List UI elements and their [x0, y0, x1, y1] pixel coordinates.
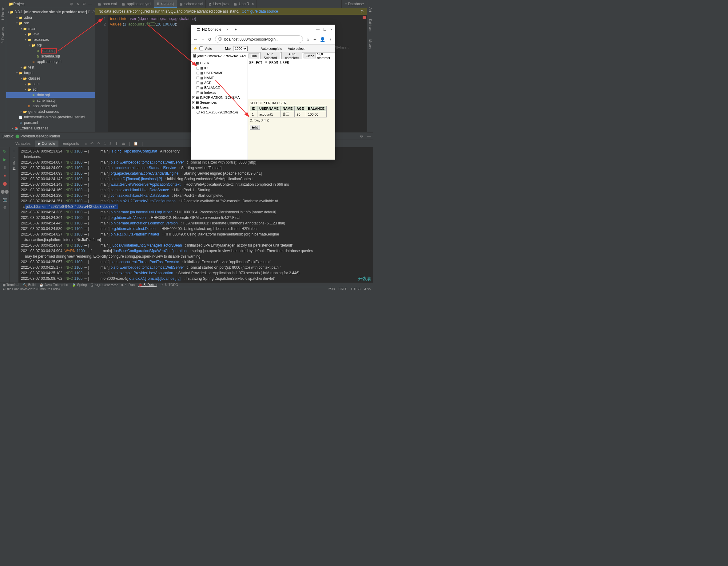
run-button[interactable]: Run	[249, 54, 259, 58]
bottom-tab[interactable]: ☕ Java Enterprise	[39, 283, 68, 287]
hide-icon[interactable]: —	[88, 2, 93, 6]
editor-tab[interactable]: 🗎data.sql	[154, 0, 177, 8]
tree-item[interactable]: ▸📂generated-sources	[6, 109, 95, 114]
debug-hide-icon[interactable]: —	[367, 134, 371, 138]
h2-tree-item[interactable]: +▦ NAME	[192, 75, 246, 80]
resume-button[interactable]: ▶	[2, 157, 8, 163]
rerun-button[interactable]: ↻	[2, 149, 8, 155]
new-tab-button[interactable]: +	[235, 27, 237, 32]
expand-icon[interactable]: ⇲	[75, 2, 80, 6]
tree-item[interactable]: 🗎schema.sql	[6, 54, 95, 59]
debug-tab[interactable]: Endpoints	[60, 141, 82, 147]
favorites-tool-tab[interactable]: 2: Favorites	[1, 26, 5, 45]
tree-item[interactable]: 🗎schema.sql	[6, 98, 95, 103]
ant-tool-tab[interactable]: Ant	[368, 6, 372, 13]
editor-tab[interactable]: 🗎User.java	[206, 0, 231, 8]
bottom-tab[interactable]: ✓ 6: TODO	[161, 283, 178, 287]
disconnect-icon[interactable]: ⚡	[193, 46, 197, 51]
gear-icon[interactable]: ⚙	[82, 2, 86, 6]
editor-tab[interactable]: 🗎pom.xml	[95, 0, 119, 8]
bottom-tab[interactable]: ▣ Terminal	[2, 283, 19, 287]
editor-tab[interactable]: 🗎UserR×	[231, 0, 257, 8]
database-tool-tab[interactable]: Database	[368, 18, 372, 34]
clear-button[interactable]: Clear	[304, 54, 316, 58]
max-rows-select[interactable]: 1000	[233, 46, 248, 51]
h2-tree-item[interactable]: +▦ ID	[192, 66, 246, 70]
debug-tab[interactable]: ▶ Console	[35, 141, 58, 147]
extensions-icon[interactable]: ✦	[313, 37, 317, 42]
mute-breakpoints-button[interactable]: ⬤	[2, 181, 8, 187]
bottom-tab[interactable]: 🗄 SQL Generator	[90, 283, 117, 287]
project-tree[interactable]: ▾📁3.3.1 [microservice-simple-provider-us…	[6, 8, 95, 132]
debug-tab[interactable]: Variables	[12, 141, 34, 147]
tree-item[interactable]: ▾📂sql	[6, 87, 95, 92]
camera-button[interactable]: 📷	[2, 197, 8, 203]
bottom-tab[interactable]: 🍃 Spring	[72, 283, 87, 287]
tree-item[interactable]: ▸📚External Libraries	[6, 126, 95, 131]
pause-button[interactable]: ⏸	[2, 165, 8, 171]
h2-tree-item[interactable]: +▦ USERNAME	[192, 70, 246, 75]
window-close-icon[interactable]: ×	[330, 27, 332, 32]
tree-item[interactable]: ▾📁main	[6, 26, 95, 31]
caret-position[interactable]: 2:38	[328, 287, 335, 289]
banner-gear-icon[interactable]: ⚙	[360, 9, 364, 14]
tree-item[interactable]: 🗎pom.xml	[6, 120, 95, 126]
locate-icon[interactable]: ⊕	[69, 2, 74, 6]
debug-gear-icon[interactable]: ⚙	[360, 134, 363, 138]
bookmark-icon[interactable]: ☆	[306, 37, 310, 42]
auto-checkbox[interactable]	[199, 46, 203, 50]
file-encoding[interactable]: UTF-8	[351, 287, 360, 289]
tree-item[interactable]: ▸📁test	[6, 65, 95, 70]
menu-icon[interactable]: ⋮	[328, 37, 332, 42]
filter-button[interactable]: ⎙	[13, 161, 15, 165]
h2-tree-item[interactable]: -▦ USER	[192, 61, 246, 66]
reload-button[interactable]: ⟳	[208, 37, 212, 42]
tab-close-icon[interactable]: ×	[226, 27, 229, 32]
up-button[interactable]: ↑	[13, 149, 15, 153]
down-button[interactable]: ↓	[13, 155, 15, 159]
indent-info[interactable]: 4 sp	[364, 287, 371, 289]
bottom-tab[interactable]: ▶ 4: Run	[121, 283, 135, 287]
tree-item[interactable]: ▾📁sql	[6, 42, 95, 48]
tree-item[interactable]: 🗎application.yml	[6, 59, 95, 65]
stop-button[interactable]: ■	[2, 173, 8, 179]
address-bar[interactable]: ⓘlocalhost:8000/h2-console/login...	[215, 35, 303, 43]
print-button[interactable]: 🖶	[12, 167, 16, 171]
tree-item[interactable]: ▸📁java	[6, 31, 95, 37]
profile-icon[interactable]: 👤	[320, 37, 325, 42]
autocomplete-button[interactable]: Auto complete	[281, 52, 302, 60]
tree-item[interactable]: 🗎data.sql	[6, 48, 95, 54]
editor-tab[interactable]: 🗎schema.sql	[177, 0, 206, 8]
project-tool-tab[interactable]: 1: Project	[1, 6, 5, 22]
h2-tree-item[interactable]: +▦ INFORMATION_SCHEMA	[192, 95, 246, 100]
bottom-tab[interactable]: 🔨 Build	[23, 283, 36, 287]
browser-tab[interactable]: 🗔 H2 Console ×	[193, 26, 232, 33]
settings-button[interactable]: ⚙	[2, 205, 8, 211]
back-button[interactable]: ←	[193, 37, 198, 42]
console-output[interactable]: 2021-03-07 00:04:23.824 INFO 1100 --- [ …	[18, 147, 373, 283]
maven-tool-tab[interactable]: Maven	[368, 38, 372, 50]
h2-tree-item[interactable]: ⓘ H2 1.4.200 (2019-10-14)	[192, 110, 246, 115]
sql-input[interactable]	[248, 59, 335, 99]
edit-button[interactable]: Edit	[250, 125, 260, 130]
tree-item[interactable]: ▸📂com	[6, 81, 95, 87]
bottom-tab[interactable]: 🐞 5: Debug	[138, 283, 157, 287]
h2-tree-item[interactable]: +▦ BALANCE	[192, 85, 246, 90]
run-selected-button[interactable]: Run Selected	[260, 52, 280, 60]
h2-schema-tree[interactable]: -▦ USER+▦ ID+▦ USERNAME+▦ NAME+▦ AGE+▦ B…	[191, 59, 248, 160]
configure-datasource-link[interactable]: Configure data source	[242, 9, 278, 14]
tree-item[interactable]: 📄microservice-simple-provider-user.iml	[6, 114, 95, 120]
tree-item[interactable]: ▾📂classes	[6, 76, 95, 81]
tree-item[interactable]: ▾📁src	[6, 20, 95, 26]
h2-tree-item[interactable]: +▦ Indexes	[192, 90, 246, 95]
tree-item[interactable]: 🗎application.yml	[6, 103, 95, 109]
view-breakpoints-button[interactable]: ⬤⬤	[2, 189, 8, 195]
tree-item[interactable]: ▾📁.idea	[6, 15, 95, 20]
window-maximize-icon[interactable]: ☐	[323, 27, 327, 32]
tree-item[interactable]: ▾📁resources	[6, 37, 95, 42]
h2-tree-item[interactable]: +▦ Users	[192, 105, 246, 110]
h2-tree-item[interactable]: +▦ Sequences	[192, 100, 246, 105]
tree-item[interactable]: 🗎data.sql	[6, 92, 95, 98]
line-separator[interactable]: CRLF	[338, 287, 347, 289]
tree-item[interactable]: ▾📂target	[6, 70, 95, 76]
